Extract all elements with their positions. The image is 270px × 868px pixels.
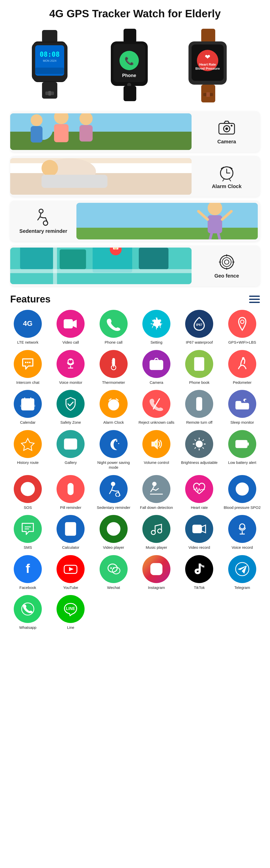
feature-item-camera2[interactable]: Camera <box>136 350 177 385</box>
feature-icon-setting <box>142 310 170 338</box>
svg-point-169 <box>158 529 162 533</box>
feature-item-voice[interactable]: Voice monitor <box>50 350 91 385</box>
hamburger-line-1 <box>249 296 260 297</box>
feature-item-tiktok[interactable]: TikTok <box>179 555 219 590</box>
svg-text:MON 2024: MON 2024 <box>43 59 56 62</box>
feature-card-camera: Camera <box>10 111 260 152</box>
feature-icon-voice <box>57 350 85 378</box>
svg-rect-32 <box>31 126 43 143</box>
feature-label-line: Line <box>67 625 74 630</box>
feature-label-youtube: YouTube <box>63 585 78 590</box>
feature-item-pill[interactable]: Pill reminder <box>50 475 91 510</box>
feature-card-alarm-image <box>10 158 192 195</box>
feature-item-videocall[interactable]: Video call <box>50 310 91 345</box>
feature-item-phonebook[interactable]: Phone book <box>179 350 219 385</box>
svg-rect-126 <box>64 439 77 449</box>
svg-text:08:08: 08:08 <box>40 51 60 58</box>
feature-item-calc[interactable]: Calculator <box>50 515 91 550</box>
feature-item-history[interactable]: History route <box>8 430 48 470</box>
feature-label-voice: Voice monitor <box>59 380 82 385</box>
feature-item-line[interactable]: LINELine <box>50 595 91 630</box>
feature-item-remote[interactable]: Remote turn off <box>179 390 219 425</box>
feature-item-fall[interactable]: Fall down detection <box>136 475 177 510</box>
feature-label-sms: SMS <box>24 545 32 550</box>
feature-item-sos[interactable]: SOSSOS <box>8 475 48 510</box>
svg-rect-57 <box>76 228 258 240</box>
svg-point-129 <box>118 443 119 444</box>
feature-item-whatsapp[interactable]: Whatsapp <box>8 595 48 630</box>
feature-item-volume[interactable]: Volume control <box>136 430 177 470</box>
feature-label-fall: Fall down detection <box>140 505 173 510</box>
hamburger-icon[interactable] <box>249 296 260 303</box>
feature-item-facebook[interactable]: fFacebook <box>8 555 48 590</box>
feature-item-alarmclock[interactable]: Alarm Clock <box>93 390 134 425</box>
feature-item-instagram[interactable]: Instagram <box>136 555 177 590</box>
svg-point-132 <box>196 441 202 447</box>
svg-point-181 <box>113 567 114 569</box>
feature-label-wechat: Wechat <box>107 585 120 590</box>
feature-item-voicerecord[interactable]: Voice record <box>222 515 262 550</box>
svg-rect-95 <box>113 359 115 366</box>
feature-label-pedometer: Pedometer <box>233 380 251 385</box>
svg-marker-177 <box>69 567 74 571</box>
svg-rect-18 <box>201 29 215 43</box>
feature-item-wechat[interactable]: Wechat <box>93 555 134 590</box>
feature-label-waterproof: IP67 waterproof <box>186 340 213 345</box>
svg-point-151 <box>153 482 156 486</box>
feature-item-safetyzone[interactable]: Safety Zone <box>50 390 91 425</box>
feature-label-videoplayer: Video player <box>103 545 124 550</box>
features-grid: 4GLTE networkVideo callPhone callSetting… <box>0 310 270 638</box>
feature-item-telegram[interactable]: Telegram <box>222 555 262 590</box>
svg-point-89 <box>27 362 29 363</box>
feature-item-musicplayer[interactable]: Music player <box>136 515 177 550</box>
svg-rect-124 <box>236 401 241 405</box>
feature-item-battery[interactable]: Low battery alert <box>222 430 262 470</box>
feature-item-setting[interactable]: Setting <box>136 310 177 345</box>
feature-item-heartrate[interactable]: Heart rate <box>179 475 219 510</box>
feature-item-gps[interactable]: GPS+WIFI+LBS <box>222 310 262 345</box>
hamburger-line-2 <box>249 299 260 300</box>
feature-icon-whatsapp <box>14 595 42 623</box>
feature-item-brightness[interactable]: Brightness adjustable <box>179 430 219 470</box>
feature-item-sedentary2[interactable]: Sedentary reminder <box>93 475 134 510</box>
feature-label-thermo: Thermometer <box>102 380 125 385</box>
feature-item-thermo[interactable]: Thermometer <box>93 350 134 385</box>
svg-point-52 <box>42 160 58 176</box>
feature-item-lte[interactable]: 4GLTE network <box>8 310 48 345</box>
feature-item-intercom[interactable]: Intercom chat <box>8 350 48 385</box>
svg-line-46 <box>223 179 224 181</box>
svg-point-54 <box>39 209 43 213</box>
feature-item-gallery[interactable]: Gallery <box>50 430 91 470</box>
feature-cards-section: Camera Alarm Clock <box>0 111 270 286</box>
geofence-card-label: Geo fence <box>214 273 239 279</box>
feature-label-calc: Calculator <box>62 545 79 550</box>
feature-label-night: Night power saving mode <box>93 460 134 470</box>
feature-label-sos: SOS <box>24 505 32 510</box>
svg-point-163 <box>67 531 69 533</box>
feature-item-videorecord[interactable]: Video record <box>179 515 219 550</box>
feature-item-pedometer[interactable]: Pedometer <box>222 350 262 385</box>
feature-icon-wechat <box>100 555 128 583</box>
feature-label-reject: Reject unknown calls <box>139 420 174 425</box>
feature-item-youtube[interactable]: YouTube <box>50 555 91 590</box>
feature-item-night[interactable]: Night power saving mode <box>93 430 134 470</box>
svg-point-183 <box>154 566 159 572</box>
feature-item-sms[interactable]: SMS <box>8 515 48 550</box>
feature-item-waterproof[interactable]: IP67IP67 waterproof <box>179 310 219 345</box>
watch-image-2: 📞 Phone <box>97 27 173 104</box>
feature-item-sleep[interactable]: Sleep monitor <box>222 390 262 425</box>
feature-item-reject[interactable]: Reject unknown calls <box>136 390 177 425</box>
feature-icon-lte: 4G <box>14 310 42 338</box>
watch-image-1: 08:08 MON 2024 <box>18 27 94 104</box>
feature-item-videoplayer[interactable]: Video player <box>93 515 134 550</box>
feature-icon-volume <box>142 430 170 458</box>
svg-rect-36 <box>79 125 93 142</box>
feature-item-phonecall[interactable]: Phone call <box>93 310 134 345</box>
feature-icon-tiktok <box>185 555 213 583</box>
feature-icon-instagram <box>142 555 170 583</box>
feature-item-calendar[interactable]: CALENDARCalendar <box>8 390 48 425</box>
feature-icon-heartrate <box>185 475 213 503</box>
svg-point-55 <box>43 221 48 225</box>
svg-point-40 <box>231 125 233 126</box>
feature-item-bp[interactable]: Blood pressure SPO2 <box>222 475 262 510</box>
